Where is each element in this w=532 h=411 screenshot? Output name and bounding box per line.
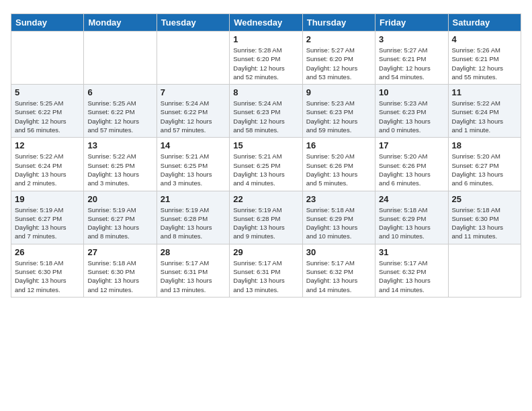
day-number: 12 xyxy=(15,140,80,150)
day-number: 28 xyxy=(161,247,226,257)
day-info: Sunrise: 5:26 AM Sunset: 6:21 PM Dayligh… xyxy=(452,46,517,81)
day-number: 13 xyxy=(87,140,152,150)
calendar-cell: 1Sunrise: 5:28 AM Sunset: 6:20 PM Daylig… xyxy=(230,32,302,85)
day-number: 14 xyxy=(161,140,226,150)
col-header-thursday: Thursday xyxy=(302,14,375,32)
calendar-cell: 11Sunrise: 5:22 AM Sunset: 6:24 PM Dayli… xyxy=(448,85,521,138)
day-number: 27 xyxy=(87,247,152,257)
calendar-cell: 28Sunrise: 5:17 AM Sunset: 6:31 PM Dayli… xyxy=(157,244,229,297)
day-number: 7 xyxy=(161,87,226,97)
calendar-cell: 31Sunrise: 5:17 AM Sunset: 6:32 PM Dayli… xyxy=(375,244,448,297)
day-info: Sunrise: 5:20 AM Sunset: 6:27 PM Dayligh… xyxy=(452,152,517,187)
calendar-cell: 2Sunrise: 5:27 AM Sunset: 6:20 PM Daylig… xyxy=(302,32,375,85)
day-number: 9 xyxy=(306,87,371,97)
calendar-cell: 15Sunrise: 5:21 AM Sunset: 6:25 PM Dayli… xyxy=(230,138,302,191)
day-number: 11 xyxy=(452,87,517,97)
calendar-week-3: 12Sunrise: 5:22 AM Sunset: 6:24 PM Dayli… xyxy=(11,138,521,191)
day-number: 17 xyxy=(379,140,444,150)
day-number: 24 xyxy=(379,194,444,204)
day-info: Sunrise: 5:20 AM Sunset: 6:26 PM Dayligh… xyxy=(379,152,444,187)
calendar-cell: 10Sunrise: 5:23 AM Sunset: 6:23 PM Dayli… xyxy=(375,85,448,138)
day-info: Sunrise: 5:18 AM Sunset: 6:30 PM Dayligh… xyxy=(87,259,152,294)
col-header-tuesday: Tuesday xyxy=(157,14,229,32)
day-info: Sunrise: 5:23 AM Sunset: 6:23 PM Dayligh… xyxy=(379,99,444,134)
col-header-monday: Monday xyxy=(84,14,157,32)
day-info: Sunrise: 5:18 AM Sunset: 6:30 PM Dayligh… xyxy=(452,205,517,241)
day-number: 4 xyxy=(452,34,517,44)
day-info: Sunrise: 5:19 AM Sunset: 6:27 PM Dayligh… xyxy=(15,205,80,241)
calendar-cell: 18Sunrise: 5:20 AM Sunset: 6:27 PM Dayli… xyxy=(448,138,521,191)
calendar: SundayMondayTuesdayWednesdayThursdayFrid… xyxy=(11,13,521,298)
col-header-friday: Friday xyxy=(375,14,448,32)
col-header-sunday: Sunday xyxy=(11,14,84,32)
day-info: Sunrise: 5:19 AM Sunset: 6:28 PM Dayligh… xyxy=(233,205,298,241)
calendar-cell: 24Sunrise: 5:18 AM Sunset: 6:29 PM Dayli… xyxy=(375,191,448,244)
day-number: 2 xyxy=(306,34,371,44)
calendar-cell: 20Sunrise: 5:19 AM Sunset: 6:27 PM Dayli… xyxy=(84,191,157,244)
day-number: 19 xyxy=(15,194,80,204)
calendar-cell: 12Sunrise: 5:22 AM Sunset: 6:24 PM Dayli… xyxy=(11,138,84,191)
calendar-cell: 13Sunrise: 5:22 AM Sunset: 6:25 PM Dayli… xyxy=(84,138,157,191)
calendar-cell: 8Sunrise: 5:24 AM Sunset: 6:23 PM Daylig… xyxy=(230,85,302,138)
day-info: Sunrise: 5:24 AM Sunset: 6:22 PM Dayligh… xyxy=(161,99,226,134)
calendar-cell xyxy=(11,32,84,85)
day-number: 1 xyxy=(233,34,298,44)
day-info: Sunrise: 5:27 AM Sunset: 6:21 PM Dayligh… xyxy=(379,46,444,81)
day-info: Sunrise: 5:17 AM Sunset: 6:32 PM Dayligh… xyxy=(379,259,444,294)
calendar-cell xyxy=(157,32,229,85)
calendar-cell: 5Sunrise: 5:25 AM Sunset: 6:22 PM Daylig… xyxy=(11,85,84,138)
day-info: Sunrise: 5:18 AM Sunset: 6:30 PM Dayligh… xyxy=(15,259,80,294)
day-info: Sunrise: 5:21 AM Sunset: 6:25 PM Dayligh… xyxy=(233,152,298,187)
day-number: 23 xyxy=(306,194,371,204)
calendar-cell xyxy=(84,32,157,85)
calendar-cell: 27Sunrise: 5:18 AM Sunset: 6:30 PM Dayli… xyxy=(84,244,157,297)
calendar-cell: 26Sunrise: 5:18 AM Sunset: 6:30 PM Dayli… xyxy=(11,244,84,297)
day-info: Sunrise: 5:23 AM Sunset: 6:23 PM Dayligh… xyxy=(306,99,371,134)
day-info: Sunrise: 5:22 AM Sunset: 6:24 PM Dayligh… xyxy=(15,152,80,187)
day-info: Sunrise: 5:24 AM Sunset: 6:23 PM Dayligh… xyxy=(233,99,298,134)
day-number: 8 xyxy=(233,87,298,97)
day-number: 10 xyxy=(379,87,444,97)
day-number: 3 xyxy=(379,34,444,44)
calendar-cell: 30Sunrise: 5:17 AM Sunset: 6:32 PM Dayli… xyxy=(302,244,375,297)
calendar-cell: 22Sunrise: 5:19 AM Sunset: 6:28 PM Dayli… xyxy=(230,191,302,244)
calendar-cell: 9Sunrise: 5:23 AM Sunset: 6:23 PM Daylig… xyxy=(302,85,375,138)
calendar-cell: 7Sunrise: 5:24 AM Sunset: 6:22 PM Daylig… xyxy=(157,85,229,138)
calendar-cell: 21Sunrise: 5:19 AM Sunset: 6:28 PM Dayli… xyxy=(157,191,229,244)
day-number: 16 xyxy=(306,140,371,150)
day-number: 26 xyxy=(15,247,80,257)
calendar-cell: 16Sunrise: 5:20 AM Sunset: 6:26 PM Dayli… xyxy=(302,138,375,191)
calendar-week-5: 26Sunrise: 5:18 AM Sunset: 6:30 PM Dayli… xyxy=(11,244,521,297)
day-info: Sunrise: 5:21 AM Sunset: 6:25 PM Dayligh… xyxy=(161,152,226,187)
calendar-cell xyxy=(448,244,521,297)
col-header-wednesday: Wednesday xyxy=(230,14,302,32)
day-info: Sunrise: 5:20 AM Sunset: 6:26 PM Dayligh… xyxy=(306,152,371,187)
calendar-header-row: SundayMondayTuesdayWednesdayThursdayFrid… xyxy=(11,14,521,32)
day-number: 6 xyxy=(87,87,152,97)
calendar-cell: 23Sunrise: 5:18 AM Sunset: 6:29 PM Dayli… xyxy=(302,191,375,244)
day-info: Sunrise: 5:25 AM Sunset: 6:22 PM Dayligh… xyxy=(15,99,80,134)
calendar-week-4: 19Sunrise: 5:19 AM Sunset: 6:27 PM Dayli… xyxy=(11,191,521,244)
col-header-saturday: Saturday xyxy=(448,14,521,32)
day-number: 22 xyxy=(233,194,298,204)
day-info: Sunrise: 5:28 AM Sunset: 6:20 PM Dayligh… xyxy=(233,46,298,81)
day-info: Sunrise: 5:18 AM Sunset: 6:29 PM Dayligh… xyxy=(306,205,371,241)
day-info: Sunrise: 5:18 AM Sunset: 6:29 PM Dayligh… xyxy=(379,205,444,241)
day-number: 20 xyxy=(87,194,152,204)
day-number: 29 xyxy=(233,247,298,257)
calendar-cell: 4Sunrise: 5:26 AM Sunset: 6:21 PM Daylig… xyxy=(448,32,521,85)
day-info: Sunrise: 5:17 AM Sunset: 6:31 PM Dayligh… xyxy=(161,259,226,294)
day-info: Sunrise: 5:27 AM Sunset: 6:20 PM Dayligh… xyxy=(306,46,371,81)
calendar-cell: 3Sunrise: 5:27 AM Sunset: 6:21 PM Daylig… xyxy=(375,32,448,85)
day-info: Sunrise: 5:17 AM Sunset: 6:32 PM Dayligh… xyxy=(306,259,371,294)
calendar-cell: 29Sunrise: 5:17 AM Sunset: 6:31 PM Dayli… xyxy=(230,244,302,297)
calendar-week-1: 1Sunrise: 5:28 AM Sunset: 6:20 PM Daylig… xyxy=(11,32,521,85)
calendar-cell: 14Sunrise: 5:21 AM Sunset: 6:25 PM Dayli… xyxy=(157,138,229,191)
day-number: 5 xyxy=(15,87,80,97)
day-info: Sunrise: 5:19 AM Sunset: 6:28 PM Dayligh… xyxy=(161,205,226,241)
day-info: Sunrise: 5:17 AM Sunset: 6:31 PM Dayligh… xyxy=(233,259,298,294)
calendar-cell: 19Sunrise: 5:19 AM Sunset: 6:27 PM Dayli… xyxy=(11,191,84,244)
day-number: 30 xyxy=(306,247,371,257)
calendar-cell: 17Sunrise: 5:20 AM Sunset: 6:26 PM Dayli… xyxy=(375,138,448,191)
calendar-cell: 6Sunrise: 5:25 AM Sunset: 6:22 PM Daylig… xyxy=(84,85,157,138)
